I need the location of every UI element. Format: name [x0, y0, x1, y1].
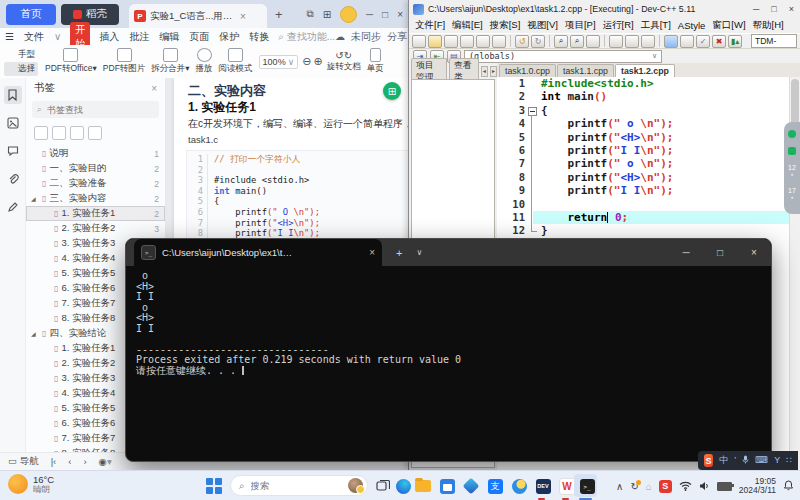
- microsoft-store-icon[interactable]: [438, 477, 456, 495]
- mic-icon[interactable]: [742, 455, 749, 466]
- volume-icon[interactable]: [699, 477, 710, 495]
- single-page-button[interactable]: 单页: [367, 48, 384, 75]
- bookmark-item[interactable]: ◢ ▯ 三、实验内容 2: [26, 191, 165, 206]
- code-fold-icon[interactable]: [528, 107, 537, 116]
- print-icon[interactable]: [492, 35, 506, 48]
- hamburger-menu-icon[interactable]: ☰: [5, 31, 14, 42]
- project-new-icon[interactable]: [664, 35, 678, 48]
- maximize-button[interactable]: □: [382, 9, 388, 20]
- panel-close-icon[interactable]: ×: [151, 83, 157, 94]
- bookmark-item[interactable]: ◢ ▯ 一、实验目的 2: [26, 161, 165, 176]
- editor-tab[interactable]: task1.0.cpp: [499, 64, 556, 77]
- editor-tab[interactable]: task1.2.cpp: [615, 64, 675, 77]
- project-open-icon[interactable]: [680, 35, 694, 48]
- select-tool-button[interactable]: 选择: [4, 62, 38, 76]
- start-button[interactable]: [206, 478, 222, 494]
- close-button[interactable]: ×: [737, 239, 771, 266]
- clock[interactable]: 19:05 2024/3/11: [739, 477, 776, 496]
- menu-item[interactable]: 搜索[S]: [490, 19, 521, 32]
- alipay-icon[interactable]: 支: [486, 477, 504, 495]
- bookmark-item[interactable]: ◢ ▯ 二、实验准备 2: [26, 176, 165, 191]
- abort-icon[interactable]: ✖: [712, 35, 726, 48]
- bookmark-item[interactable]: ◢ ▯ 说明 1: [26, 146, 165, 161]
- cloud-sync-icon[interactable]: ☁: [335, 31, 345, 42]
- tab-close-icon[interactable]: ×: [240, 11, 246, 22]
- collapse-all-icon[interactable]: [52, 126, 66, 140]
- menu-item[interactable]: 文件[F]: [415, 19, 445, 32]
- maximize-button[interactable]: □: [771, 4, 776, 14]
- menu-item[interactable]: 帮助[H]: [753, 19, 784, 32]
- prev-page-icon[interactable]: ‹: [68, 456, 71, 467]
- next-page-icon[interactable]: ›: [83, 456, 86, 467]
- hand-tool-button[interactable]: 手型: [4, 48, 38, 62]
- file-explorer-icon[interactable]: [414, 477, 432, 495]
- terminal-output[interactable]: o<H>I I o<H>I I-------------------------…: [126, 266, 771, 381]
- skin-icon[interactable]: Y: [774, 456, 780, 465]
- toolbox-grid-icon[interactable]: ∷: [786, 456, 792, 465]
- weather-widget[interactable]: 16°C 晴朗: [8, 474, 54, 494]
- check-syntax-icon[interactable]: ✓: [696, 35, 710, 48]
- menu-item[interactable]: 编辑: [159, 30, 179, 44]
- editor-tab[interactable]: task1.1.cpp: [557, 64, 614, 77]
- attachments-icon[interactable]: [4, 170, 22, 188]
- save-icon[interactable]: [444, 35, 458, 48]
- browser-360-icon[interactable]: [510, 477, 528, 495]
- sogou-logo-icon[interactable]: S: [704, 454, 713, 467]
- expand-caret-icon[interactable]: ◢: [31, 330, 36, 337]
- menu-item[interactable]: 运行[R]: [603, 19, 634, 32]
- menu-item[interactable]: 视图[V]: [527, 19, 558, 32]
- sogou-tray-icon[interactable]: S: [659, 480, 672, 493]
- comments-icon[interactable]: [4, 142, 22, 160]
- tab-dropdown-icon[interactable]: ∨: [416, 248, 422, 257]
- new-tab-button[interactable]: +: [275, 7, 283, 22]
- first-page-icon[interactable]: |‹: [51, 456, 57, 467]
- tab-close-icon[interactable]: ×: [369, 247, 375, 258]
- menu-item[interactable]: 页面: [189, 30, 209, 44]
- new-tab-button[interactable]: +: [396, 247, 402, 259]
- menu-item[interactable]: 转换: [249, 30, 269, 44]
- read-mode-button[interactable]: 阅读模式: [219, 48, 253, 75]
- ime-mode-icon[interactable]: 中: [719, 456, 728, 465]
- delete-bookmark-icon[interactable]: [88, 126, 102, 140]
- sogou-ime-bar[interactable]: S 中 ’ ⌨ Y ∷: [698, 451, 798, 470]
- side-float-widget[interactable]: 12● 17●: [784, 122, 800, 214]
- compiler-select[interactable]: TDM-: [751, 34, 797, 48]
- add-bookmark-icon[interactable]: [70, 126, 84, 140]
- hidden-icons-chevron[interactable]: ∧: [616, 481, 623, 492]
- edge-browser-icon[interactable]: [394, 477, 412, 495]
- bookmark-search-input[interactable]: [45, 104, 149, 116]
- security-icon[interactable]: ⌂: [646, 481, 652, 492]
- undo-icon[interactable]: ↺: [515, 35, 529, 48]
- tab-scroll-right-icon[interactable]: ▸: [490, 66, 497, 77]
- menu-item[interactable]: 项目[P]: [565, 19, 596, 32]
- devcpp-title-bar[interactable]: C:\Users\aijun\Desktop\ex1\task1.2.cpp -…: [409, 0, 800, 18]
- new-file-icon[interactable]: [412, 35, 426, 48]
- tab-docer[interactable]: 稻壳: [61, 4, 119, 25]
- minimize-button[interactable]: ─: [366, 9, 373, 20]
- profile-icon[interactable]: ▮▴: [728, 35, 742, 48]
- menu-item[interactable]: AStyle: [678, 20, 705, 31]
- photos-icon[interactable]: [462, 477, 480, 495]
- expand-caret-icon[interactable]: ◢: [31, 195, 36, 202]
- bookmarks-panel-icon[interactable]: [4, 86, 22, 104]
- compile-icon[interactable]: [609, 35, 623, 48]
- tab-document[interactable]: P 实验1_C语言...用编程.pdf ×: [129, 4, 267, 28]
- tab-home[interactable]: 首页: [6, 4, 56, 25]
- signature-pen-icon[interactable]: [4, 198, 22, 216]
- run-icon[interactable]: [625, 35, 639, 48]
- compile-run-icon[interactable]: [641, 35, 655, 48]
- find-function-search[interactable]: ⌕ 查找功能...: [278, 30, 335, 44]
- pdf-to-image-button[interactable]: PDF转图片: [103, 48, 146, 75]
- keyboard-icon[interactable]: ⌨: [755, 456, 768, 465]
- save-all-icon[interactable]: [460, 35, 474, 48]
- terminal-taskbar-icon[interactable]: >_: [578, 477, 596, 495]
- sync-status[interactable]: 未同步: [351, 30, 381, 44]
- battery-icon[interactable]: [717, 482, 732, 491]
- notification-bell-icon[interactable]: [783, 477, 794, 495]
- taskbar-search-input[interactable]: [249, 479, 333, 492]
- wps-ai-float-button[interactable]: ⊞: [383, 82, 401, 100]
- menu-item[interactable]: 保护: [219, 30, 239, 44]
- menu-item[interactable]: 编辑[E]: [452, 19, 483, 32]
- redo-icon[interactable]: ↻: [531, 35, 545, 48]
- terminal-title-bar[interactable]: >_ C:\Users\aijun\Desktop\ex1\t… × + ∨ ─…: [126, 239, 771, 266]
